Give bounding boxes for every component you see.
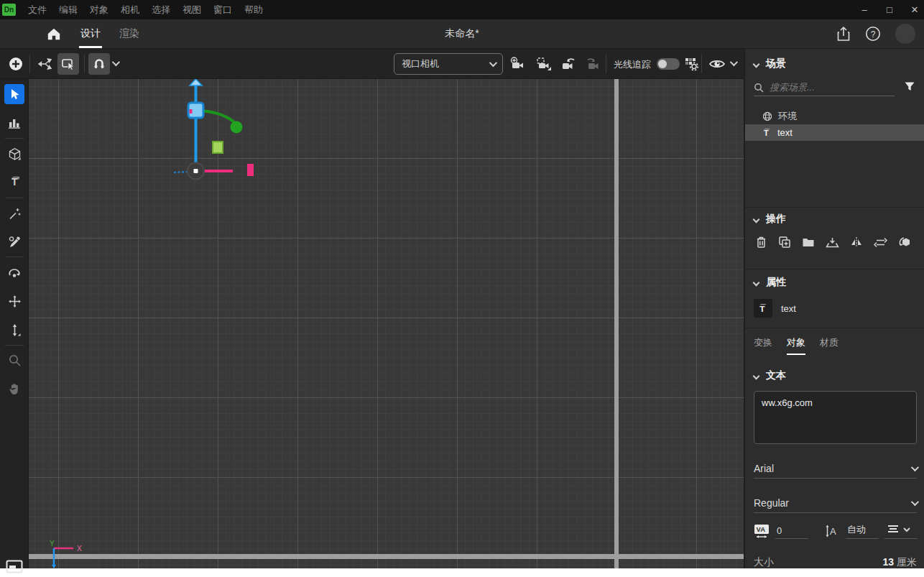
tab-transform[interactable]: 变换 — [754, 336, 772, 355]
app-logo: Dn — [2, 4, 16, 16]
move-to-ground-icon[interactable] — [826, 236, 839, 249]
pan-camera-tool[interactable] — [4, 291, 24, 311]
svg-text:T: T — [764, 129, 769, 137]
move-tool-icon[interactable] — [34, 53, 56, 75]
tab-material[interactable]: 材质 — [820, 336, 838, 355]
tab-design[interactable]: 设计 — [80, 19, 101, 48]
transform-gizmo[interactable] — [29, 79, 331, 237]
menu-select[interactable]: 选择 — [152, 4, 170, 17]
view-settings-eye-icon[interactable] — [706, 53, 728, 75]
menu-help[interactable]: 帮助 — [244, 4, 263, 17]
selected-object-row[interactable]: T text — [754, 299, 796, 318]
scene-section-header[interactable]: 场景 — [754, 57, 786, 70]
flip-mirror-icon[interactable] — [850, 236, 863, 248]
scene-item-environment[interactable]: 环境 — [745, 108, 924, 124]
magic-wand-tool[interactable] — [4, 203, 24, 223]
svg-text:VA: VA — [757, 525, 766, 533]
axis-y-label: Y — [50, 540, 55, 548]
zoom-tool[interactable] — [4, 350, 24, 370]
menubar: Dn 文件 编辑 对象 相机 选择 视图 窗口 帮助 – □ ✕ — [0, 0, 924, 19]
dolly-camera-tool[interactable] — [4, 320, 24, 340]
view-settings-chevron-icon[interactable] — [730, 58, 738, 66]
sampler-eyedropper-tool[interactable] — [4, 231, 24, 251]
align-select[interactable] — [884, 523, 918, 539]
chevron-down-icon — [753, 372, 760, 379]
chevron-down-icon — [753, 279, 760, 286]
maximize-button[interactable]: □ — [884, 4, 895, 15]
axis-indicator: Y X — [37, 526, 102, 568]
font-family-select[interactable]: Arial — [754, 458, 917, 479]
camera-add-bookmark-button[interactable] — [507, 53, 529, 75]
menu-window[interactable]: 窗口 — [213, 4, 232, 17]
camera-undo-button[interactable] — [558, 53, 580, 75]
tab-object[interactable]: 对象 — [787, 336, 805, 355]
right-panel: 场景 环境 T — [744, 49, 924, 568]
swap-arrows-icon[interactable] — [874, 237, 887, 248]
group-folder-icon[interactable] — [802, 236, 815, 248]
size-unit: 厘米 — [897, 556, 917, 568]
orbit-camera-tool[interactable] — [4, 262, 24, 282]
camera-view-select[interactable]: 视口相机 — [394, 53, 503, 75]
axis-x-label: X — [77, 545, 82, 553]
chevron-down-icon — [911, 463, 919, 471]
menu-view[interactable]: 视图 — [183, 4, 201, 17]
toolbar: 视口相机 — [0, 49, 744, 79]
font-style-select[interactable]: Regular — [754, 493, 917, 513]
camera-bookmarks-button[interactable] — [533, 53, 555, 75]
avatar[interactable] — [895, 24, 915, 44]
text-section-header[interactable]: 文本 — [754, 369, 786, 382]
menu-camera[interactable]: 相机 — [121, 4, 139, 17]
add-content-button[interactable] — [5, 53, 27, 75]
tracking-icon: VA — [754, 523, 770, 539]
select-tool[interactable] — [4, 84, 24, 104]
hand-tool[interactable] — [4, 379, 24, 399]
scene-scale-tool[interactable] — [4, 113, 24, 133]
raytrace-toggle[interactable] — [657, 58, 680, 70]
tracking-input[interactable]: 0 — [775, 525, 808, 539]
text-tool[interactable]: T — [4, 172, 24, 192]
size-row[interactable]: 大小 13 厘米 — [754, 556, 917, 568]
menu-edit[interactable]: 编辑 — [59, 4, 78, 17]
svg-text:?: ? — [871, 29, 876, 40]
render-settings-icon[interactable] — [680, 53, 702, 75]
minimize-button[interactable]: – — [859, 4, 869, 15]
actions-section-header[interactable]: 操作 — [754, 213, 786, 226]
chevron-down-icon — [911, 497, 919, 505]
menu-object[interactable]: 对象 — [90, 4, 108, 17]
leading-icon: A — [824, 523, 840, 539]
tool-rail: T — [0, 79, 29, 568]
help-icon[interactable]: ? — [865, 26, 881, 42]
duplicate-icon[interactable] — [778, 236, 791, 249]
snap-magnet-button[interactable] — [88, 53, 110, 75]
app-header: 设计 渲染 未命名* ? — [0, 19, 924, 49]
raytrace-label: 光线追踪 — [614, 58, 651, 71]
leading-input[interactable]: 自动 — [846, 523, 879, 539]
chevron-down-icon — [753, 216, 760, 223]
size-value[interactable]: 13 — [882, 556, 894, 568]
text-3d-icon: T — [762, 128, 772, 137]
delete-trash-icon[interactable] — [755, 236, 767, 249]
svg-text:T: T — [759, 304, 765, 313]
search-icon — [754, 83, 764, 93]
scene-item-text[interactable]: T text — [745, 124, 924, 141]
home-button[interactable] — [46, 27, 62, 41]
scene-search-input[interactable] — [770, 82, 877, 93]
scene-search[interactable] — [754, 79, 895, 96]
render-preview-toggle[interactable] — [4, 556, 24, 576]
chevron-down-icon — [489, 59, 497, 67]
shapes-cube-tool[interactable] — [4, 144, 24, 164]
select-mode-button[interactable] — [57, 53, 79, 75]
viewport-canvas[interactable]: Y X — [29, 79, 744, 568]
selected-object-name: text — [781, 303, 796, 314]
text-content-input[interactable]: ww.x6g.com — [754, 391, 917, 444]
orbit-cube-icon[interactable] — [898, 236, 912, 249]
chevron-down-icon — [753, 60, 760, 68]
share-icon[interactable] — [836, 26, 851, 42]
filter-icon[interactable] — [904, 80, 915, 92]
properties-section-header[interactable]: 属性 — [754, 276, 786, 289]
globe-icon — [762, 111, 772, 121]
tab-render[interactable]: 渲染 — [119, 19, 139, 48]
snap-options-chevron-icon[interactable] — [112, 58, 120, 66]
menu-file[interactable]: 文件 — [28, 4, 47, 17]
close-button[interactable]: ✕ — [910, 4, 920, 15]
